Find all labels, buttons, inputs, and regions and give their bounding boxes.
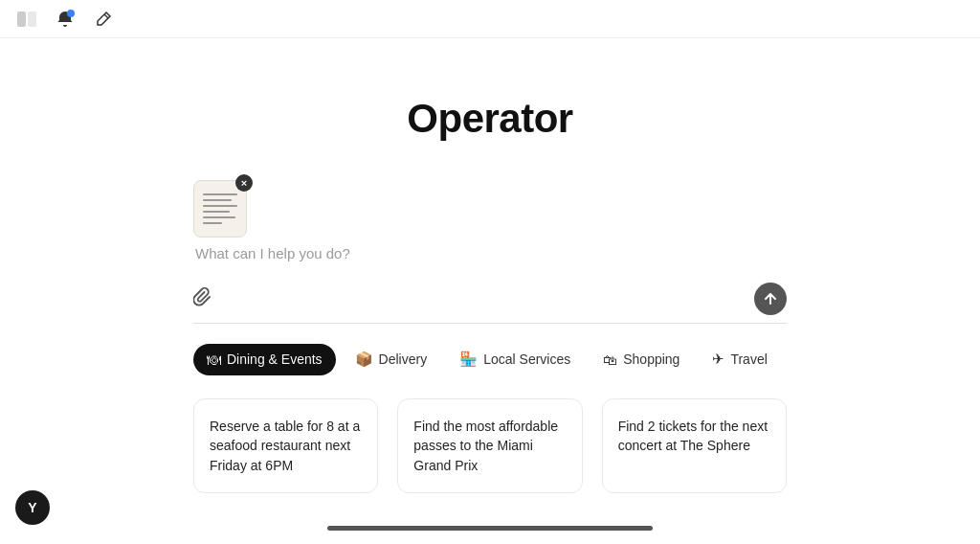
card-1-text: Reserve a table for 8 at a seafood resta… xyxy=(210,419,360,473)
shopping-icon: 🛍 xyxy=(603,351,617,368)
delivery-icon: 📦 xyxy=(355,351,373,368)
avatar[interactable]: Y xyxy=(15,490,50,525)
tab-shopping[interactable]: 🛍 Shopping xyxy=(590,344,693,375)
send-button[interactable] xyxy=(754,283,787,315)
svg-rect-1 xyxy=(28,11,36,27)
card-3-text: Find 2 tickets for the next concert at T… xyxy=(618,419,768,453)
tab-local-label: Local Services xyxy=(483,351,570,367)
page-title: Operator xyxy=(407,96,572,142)
chat-area: × What can I help you do? xyxy=(193,180,787,271)
suggestion-card-2[interactable]: Find the most affordable passes to the M… xyxy=(397,398,582,493)
dining-icon: 🍽 xyxy=(207,351,221,368)
chat-placeholder: What can I help you do? xyxy=(195,245,350,261)
tab-dining-events[interactable]: 🍽 Dining & Events xyxy=(193,344,336,375)
suggestion-card-1[interactable]: Reserve a table for 8 at a seafood resta… xyxy=(193,398,378,493)
tab-travel[interactable]: ✈ Travel xyxy=(699,343,780,375)
suggestion-card-3[interactable]: Find 2 tickets for the next concert at T… xyxy=(602,398,787,493)
card-2-text: Find the most affordable passes to the M… xyxy=(413,419,558,473)
edit-icon[interactable] xyxy=(92,8,115,31)
category-tabs: 🍽 Dining & Events 📦 Delivery 🏪 Local Ser… xyxy=(193,343,787,375)
scroll-indicator xyxy=(327,526,653,531)
top-bar xyxy=(0,0,980,38)
attach-icon[interactable] xyxy=(193,287,212,311)
input-bar xyxy=(193,283,787,324)
attachment-bubble: × xyxy=(193,180,247,238)
close-attachment-button[interactable]: × xyxy=(235,174,253,192)
main-content: Operator × What can I help you do? xyxy=(0,38,980,493)
tab-local-services[interactable]: 🏪 Local Services xyxy=(446,343,584,375)
tab-delivery-label: Delivery xyxy=(379,351,428,367)
tab-travel-label: Travel xyxy=(730,351,767,367)
tab-delivery[interactable]: 📦 Delivery xyxy=(342,343,441,375)
notification-icon[interactable] xyxy=(54,8,77,31)
tab-dining-label: Dining & Events xyxy=(227,351,323,367)
notification-dot xyxy=(67,10,75,17)
tab-shopping-label: Shopping xyxy=(623,351,679,367)
suggestion-cards: Reserve a table for 8 at a seafood resta… xyxy=(193,398,787,493)
local-services-icon: 🏪 xyxy=(459,351,478,368)
sidebar-icon[interactable] xyxy=(15,8,38,31)
travel-icon: ✈ xyxy=(712,351,724,368)
svg-rect-0 xyxy=(17,11,26,27)
